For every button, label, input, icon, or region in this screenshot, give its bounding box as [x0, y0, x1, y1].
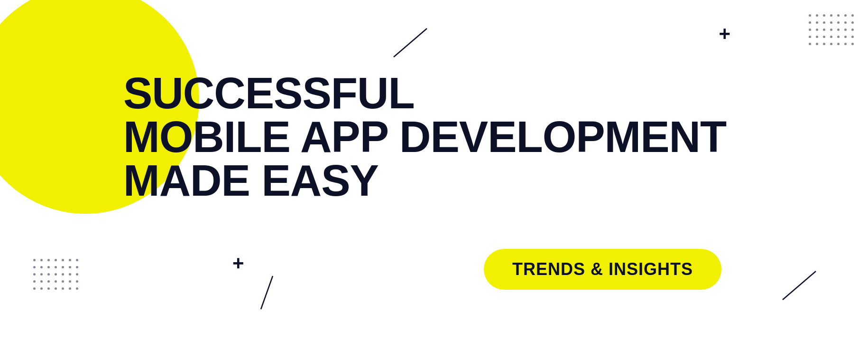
headline-line1: SUCCESSFUL — [123, 71, 726, 115]
plus-icon-bottom-center: + — [232, 253, 244, 273]
svg-line-1 — [783, 271, 816, 300]
svg-line-0 — [394, 28, 427, 57]
headline-line3: MADE EASY — [123, 159, 726, 202]
diagonal-line-bottom-right — [778, 269, 821, 304]
plus-icon-top-right: + — [719, 24, 730, 44]
trends-button-label: TRENDS & INSIGHTS — [512, 259, 693, 279]
dots-decoration-top-right — [809, 14, 854, 45]
trends-insights-button[interactable]: TRENDS & INSIGHTS — [484, 249, 721, 290]
diagonal-line-top-center — [389, 26, 432, 61]
main-headline: SUCCESSFUL MOBILE APP DEVELOPMENT MADE E… — [123, 71, 726, 202]
svg-line-2 — [261, 276, 273, 309]
dots-decoration-bottom-left — [33, 259, 78, 290]
hero-section: SUCCESSFUL MOBILE APP DEVELOPMENT MADE E… — [0, 0, 868, 342]
headline-line2: MOBILE APP DEVELOPMENT — [123, 115, 726, 159]
diagonal-line-bottom-center — [256, 274, 289, 314]
